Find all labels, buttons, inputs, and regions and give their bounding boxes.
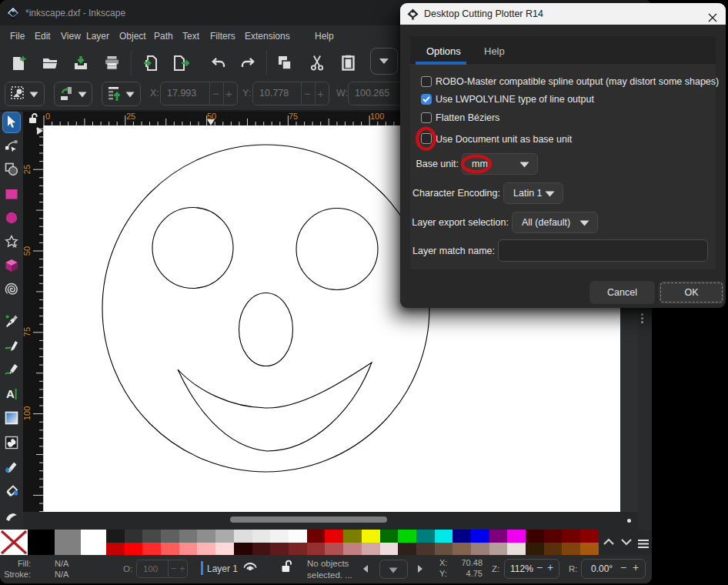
svg-text:A: A [6,387,15,400]
